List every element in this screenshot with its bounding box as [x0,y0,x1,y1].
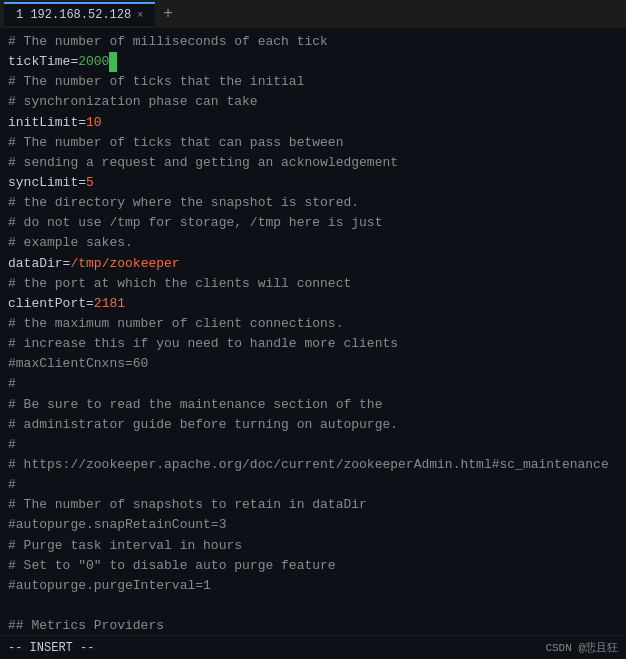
editor-line: # administrator guide before turning on … [8,415,618,435]
editor-line: # The number of snapshots to retain in d… [8,495,618,515]
editor-line: # The number of milliseconds of each tic… [8,32,618,52]
new-tab-button[interactable]: + [159,5,177,23]
editor-line: #maxClientCnxns=60 [8,354,618,374]
editor-line: initLimit=10 [8,113,618,133]
editor-line: # sending a request and getting an ackno… [8,153,618,173]
active-tab[interactable]: 1 192.168.52.128 × [4,2,155,26]
editor-line: # Purge task interval in hours [8,536,618,556]
watermark: CSDN @悲且狂 [545,640,618,655]
editor-line: # the directory where the snapshot is st… [8,193,618,213]
editor-mode: -- INSERT -- [8,641,94,655]
editor-line: # The number of ticks that can pass betw… [8,133,618,153]
editor-line: # example sakes. [8,233,618,253]
editor-line: # the maximum number of client connectio… [8,314,618,334]
editor-content: # The number of milliseconds of each tic… [0,28,626,635]
tab-close-button[interactable]: × [137,10,143,21]
editor-line: # [8,435,618,455]
editor-line: clientPort=2181 [8,294,618,314]
editor-line: # The number of ticks that the initial [8,72,618,92]
editor-line: # Set to "0" to disable auto purge featu… [8,556,618,576]
editor-line: # [8,374,618,394]
tab-label: 1 192.168.52.128 [16,8,131,22]
editor-line: # [8,475,618,495]
editor-line: # increase this if you need to handle mo… [8,334,618,354]
editor-line: # the port at which the clients will con… [8,274,618,294]
editor-line: syncLimit=5 [8,173,618,193]
editor-line [8,596,618,616]
editor-line: # do not use /tmp for storage, /tmp here… [8,213,618,233]
editor-line: #autopurge.purgeInterval=1 [8,576,618,596]
terminal-window: 1 192.168.52.128 × + # The number of mil… [0,0,626,659]
tab-bar: 1 192.168.52.128 × + [0,0,626,28]
editor-line: # Be sure to read the maintenance sectio… [8,395,618,415]
editor-line: ## Metrics Providers [8,616,618,635]
editor-line: #autopurge.snapRetainCount=3 [8,515,618,535]
editor-line: # https://zookeeper.apache.org/doc/curre… [8,455,618,475]
editor-line: dataDir=/tmp/zookeeper [8,254,618,274]
status-bar: -- INSERT -- CSDN @悲且狂 [0,635,626,659]
editor-line: tickTime=2000 [8,52,618,72]
editor-line: # synchronization phase can take [8,92,618,112]
